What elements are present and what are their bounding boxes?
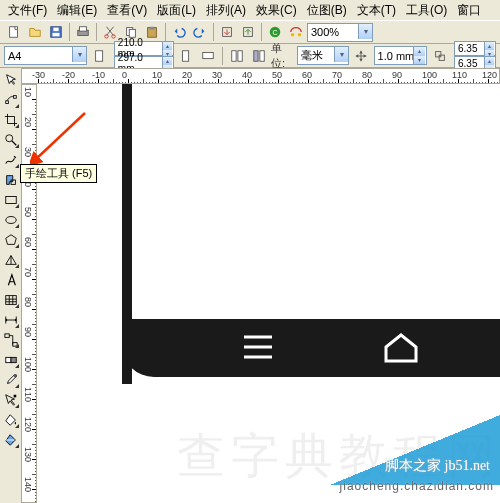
export-button[interactable]	[238, 22, 258, 42]
svg-point-17	[298, 33, 302, 37]
svg-rect-36	[5, 357, 10, 362]
table-tool[interactable]	[1, 290, 20, 309]
svg-rect-3	[53, 28, 58, 32]
tool-tooltip: 手绘工具 (F5)	[20, 164, 97, 183]
svg-point-38	[13, 373, 17, 377]
separator	[261, 23, 262, 41]
ruler-tick: 110	[452, 70, 467, 80]
interactive-fill-tool[interactable]	[1, 430, 20, 449]
duplicate-x-field[interactable]: 6.35▴▾	[454, 41, 496, 56]
polygon-tool[interactable]	[1, 230, 20, 249]
duplicate-distance-fields: 6.35▴▾ 6.35▴▾	[454, 41, 496, 71]
units-label: 单位:	[271, 41, 294, 71]
menu-edit[interactable]: 编辑(E)	[53, 0, 101, 21]
ruler-tick: 90	[392, 70, 402, 80]
text-tool[interactable]	[1, 270, 20, 289]
svg-rect-26	[439, 55, 444, 60]
menu-text[interactable]: 文本(T)	[353, 0, 400, 21]
paper-size-value: A4	[8, 50, 21, 62]
menu-view[interactable]: 查看(V)	[103, 0, 151, 21]
menu-arrange[interactable]: 排列(A)	[202, 0, 250, 21]
svg-rect-37	[11, 357, 16, 362]
zoom-combo[interactable]: 300%▾	[307, 23, 373, 42]
shape-tool[interactable]	[1, 90, 20, 109]
all-pages-button[interactable]	[228, 46, 247, 66]
ellipse-tool[interactable]	[1, 210, 20, 229]
menu-tools[interactable]: 工具(O)	[402, 0, 451, 21]
import-button[interactable]	[217, 22, 237, 42]
rectangle-tool[interactable]	[1, 190, 20, 209]
svg-rect-20	[202, 52, 213, 58]
toolbox	[0, 68, 21, 451]
property-bar: A4▾ 210.0 mm▴▾ 297.0 mm▴▾ 单位: 毫米▾ 1.0 mm…	[0, 44, 500, 68]
menu-effects[interactable]: 效果(C)	[252, 0, 301, 21]
spinner-icon[interactable]: ▴▾	[162, 42, 172, 55]
print-button[interactable]	[73, 22, 93, 42]
annotation-arrow	[30, 108, 90, 168]
portrait-button[interactable]	[177, 46, 196, 66]
svg-point-32	[5, 216, 16, 223]
pick-tool[interactable]	[1, 70, 20, 89]
nudge-offset-field[interactable]: 1.0 mm▴▾	[374, 46, 428, 65]
paper-size-combo[interactable]: A4▾	[4, 46, 87, 65]
units-combo[interactable]: 毫米▾	[297, 46, 349, 65]
menu-window[interactable]: 窗口	[453, 0, 485, 21]
new-button[interactable]	[4, 22, 24, 42]
separator	[69, 23, 70, 41]
eyedropper-tool[interactable]	[1, 370, 20, 389]
dropdown-arrow-icon: ▾	[358, 24, 372, 39]
phone-navbar-shape[interactable]	[122, 319, 500, 377]
smart-fill-tool[interactable]	[1, 170, 20, 189]
ruler-tick: 50	[272, 70, 282, 80]
undo-button[interactable]	[169, 22, 189, 42]
main-menu-bar: 文件(F) 编辑(E) 查看(V) 版面(L) 排列(A) 效果(C) 位图(B…	[0, 0, 500, 20]
svg-rect-22	[238, 50, 242, 61]
home-icon	[384, 333, 418, 363]
redo-button[interactable]	[190, 22, 210, 42]
dropdown-arrow-icon: ▾	[72, 47, 86, 62]
ruler-tick: 80	[362, 70, 372, 80]
svg-rect-0	[10, 27, 18, 38]
crop-tool[interactable]	[1, 110, 20, 129]
svg-rect-39	[13, 394, 16, 397]
nudge-icon	[352, 46, 371, 66]
duplicate-x-value: 6.35	[458, 43, 477, 54]
landscape-button[interactable]	[198, 46, 217, 66]
basic-shapes-tool[interactable]	[1, 250, 20, 269]
zoom-tool[interactable]	[1, 130, 20, 149]
hamburger-icon	[242, 333, 274, 361]
separator	[165, 23, 166, 41]
ruler-tick: 20	[182, 70, 192, 80]
svg-rect-24	[260, 50, 264, 61]
interactive-effects-tool[interactable]	[1, 350, 20, 369]
svg-rect-28	[13, 95, 16, 98]
dimension-tool[interactable]	[1, 310, 20, 329]
save-button[interactable]	[46, 22, 66, 42]
svg-rect-18	[95, 50, 102, 61]
spinner-icon[interactable]: ▴▾	[413, 47, 425, 64]
menu-layout[interactable]: 版面(L)	[153, 0, 200, 21]
ruler-tick: 70	[332, 70, 342, 80]
ruler-tick: 40	[242, 70, 252, 80]
fill-tool[interactable]	[1, 410, 20, 429]
nudge-value: 1.0 mm	[378, 50, 415, 62]
page-dimensions-icon	[90, 46, 109, 66]
menu-bitmap[interactable]: 位图(B)	[303, 0, 351, 21]
svg-rect-31	[5, 196, 16, 203]
app-launcher-button[interactable]: C	[265, 22, 285, 42]
connector-tool[interactable]	[1, 330, 20, 349]
dropdown-arrow-icon: ▾	[334, 47, 348, 62]
welcome-screen-button[interactable]	[286, 22, 306, 42]
svg-rect-23	[253, 50, 257, 61]
freehand-tool[interactable]	[1, 150, 20, 169]
svg-point-16	[291, 33, 295, 37]
current-page-button[interactable]	[249, 46, 268, 66]
horizontal-ruler[interactable]: -30-20-100102030405060708090100110120130	[21, 68, 500, 84]
drawing-canvas[interactable]: 查字典教程网 脚本之家 jb51.net jiaocheng.chazidian…	[37, 84, 500, 503]
outline-tool[interactable]	[1, 390, 20, 409]
menu-file[interactable]: 文件(F)	[4, 0, 51, 21]
svg-rect-33	[5, 295, 16, 304]
ruler-tick: 120	[482, 70, 497, 80]
spinner-icon[interactable]: ▴▾	[484, 42, 494, 55]
open-button[interactable]	[25, 22, 45, 42]
